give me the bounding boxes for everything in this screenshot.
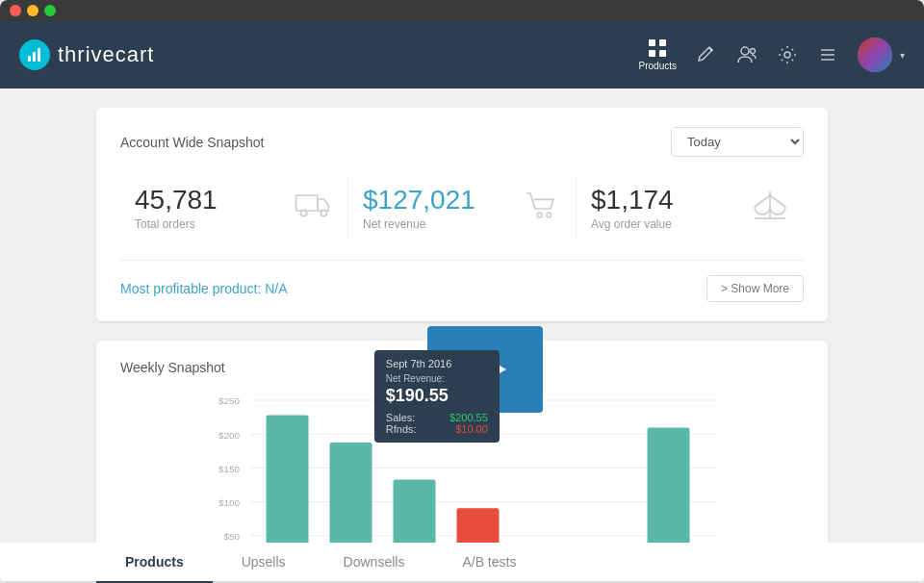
logo-icon [19,39,50,70]
tab-downsells[interactable]: Downsells [315,543,434,583]
nav-users-btn[interactable] [736,44,757,65]
cart-icon [523,186,561,231]
nav-icons: Products [639,38,905,72]
minimize-dot[interactable] [27,5,38,16]
svg-text:$150: $150 [218,464,241,474]
svg-rect-3 [649,39,655,46]
sales-value: $200.55 [449,412,488,423]
tab-ab-tests[interactable]: A/B tests [433,543,545,583]
svg-point-13 [537,213,542,217]
svg-rect-1 [33,52,36,62]
avatar[interactable] [858,38,892,72]
tooltip-revenue-label: Net Revenue: [386,373,488,384]
truck-icon [295,186,333,231]
svg-rect-33 [394,480,436,544]
avatar-caret: ▾ [900,50,905,61]
maximize-dot[interactable] [44,5,56,16]
tooltip-sales-line: Sales: $200.55 [386,412,488,423]
refunds-value: $10.00 [455,423,488,435]
svg-point-8 [751,49,756,54]
stats-row: 45,781 Total orders $127,021 [120,176,804,241]
tooltip-date: Sept 7th 2016 [386,358,488,369]
svg-rect-5 [649,50,655,57]
nav-settings-btn[interactable] [817,44,838,65]
svg-point-14 [547,213,552,217]
profit-text: Most profitable product: N/A [120,281,288,296]
snapshot-title: Account Wide Snapshot [120,135,264,150]
stat-orders: 45,781 Total orders [120,176,348,241]
svg-rect-32 [330,443,372,543]
refunds-label: Rfnds: [386,423,417,435]
close-dot[interactable] [10,5,21,16]
svg-rect-37 [648,428,690,543]
svg-rect-2 [38,48,40,62]
orders-value: 45,781 [135,187,218,214]
svg-point-7 [741,47,749,55]
revenue-value: $127,021 [363,187,475,214]
svg-text:$50: $50 [223,531,240,542]
svg-rect-34 [457,508,500,543]
svg-rect-0 [28,56,31,62]
sales-label: Sales: [386,412,416,423]
svg-rect-6 [659,50,666,57]
user-menu[interactable]: ▾ [858,38,905,72]
avg-label: Avg order value [591,217,674,231]
snapshot-card: Account Wide Snapshot Today Yesterday La… [96,108,828,321]
chart-tooltip: Sept 7th 2016 Net Revenue: $190.55 Sales… [374,350,500,443]
svg-point-9 [784,52,790,58]
scale-icon [751,186,789,231]
tooltip-revenue-value: $190.55 [386,386,488,406]
svg-line-18 [770,195,785,207]
profit-value: N/A [265,281,287,296]
nav-item-products[interactable]: Products [639,38,677,71]
tab-upsells[interactable]: Upsells [213,543,315,583]
logo-area: thrivecart [19,39,639,70]
logo-text: thrivecart [58,42,154,67]
orders-label: Total orders [135,217,218,231]
main-content: Account Wide Snapshot Today Yesterday La… [0,89,924,543]
weekly-section: Weekly Snapshot Sept 7th 2016 Net Revenu… [96,341,828,543]
stat-revenue: $127,021 Net revenue [348,176,577,241]
svg-text:$200: $200 [218,430,241,441]
avg-value: $1,174 [591,187,674,214]
show-more-button[interactable]: > Show More [706,275,804,302]
tooltip-refunds-line: Rfnds: $10.00 [386,423,488,435]
navbar: thrivecart Products [0,21,924,89]
revenue-label: Net revenue [363,217,475,231]
title-bar [0,0,924,21]
svg-line-17 [755,195,770,207]
svg-text:$250: $250 [218,395,241,406]
svg-rect-31 [267,415,309,543]
date-select[interactable]: Today Yesterday Last 7 days Last 30 days [671,127,804,157]
nav-edit-btn[interactable] [696,44,717,65]
snapshot-header: Account Wide Snapshot Today Yesterday La… [120,127,804,157]
nav-products-label: Products [639,61,677,71]
svg-rect-10 [296,195,318,211]
profit-row: Most profitable product: N/A > Show More [120,260,804,302]
tabs-row: Products Upsells Downsells A/B tests [0,543,924,583]
tab-products[interactable]: Products [96,543,213,583]
svg-rect-4 [659,39,666,46]
nav-gear2-btn[interactable] [777,44,798,65]
app-window: thrivecart Products [0,0,924,583]
svg-text:$100: $100 [218,497,241,508]
stat-avg: $1,174 Avg order value [577,176,804,241]
